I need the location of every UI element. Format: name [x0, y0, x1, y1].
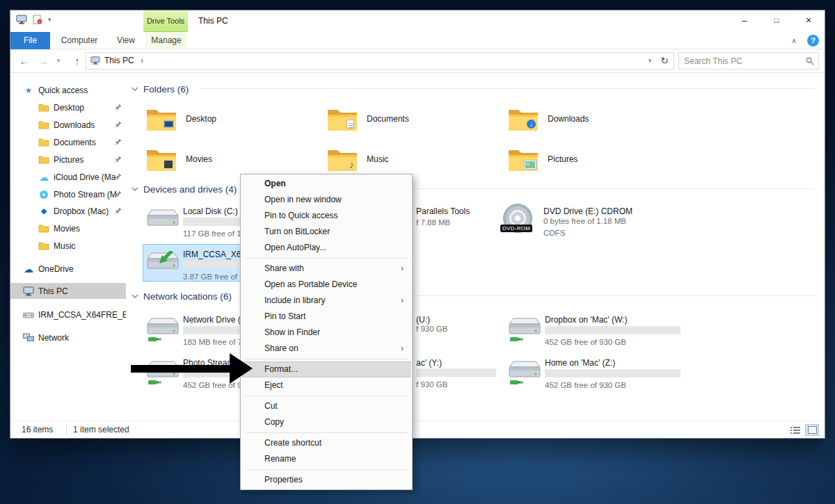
- explorer-icon[interactable]: [16, 15, 27, 24]
- forward-button[interactable]: →: [35, 49, 49, 72]
- thumbnail-view-button[interactable]: [805, 424, 819, 436]
- picture-overlay-icon: [525, 161, 536, 169]
- maximize-button[interactable]: □: [761, 10, 793, 32]
- film-overlay-icon: [163, 161, 174, 168]
- pin-icon: [115, 156, 122, 163]
- pin-icon: [115, 138, 122, 145]
- folder-icon: [38, 241, 49, 251]
- dvd-rom-badge: DVD-ROM: [500, 225, 532, 232]
- submenu-arrow-icon: ›: [401, 341, 404, 357]
- network-icon: [23, 333, 34, 343]
- address-dropdown-icon[interactable]: ▾: [644, 53, 655, 69]
- menu-item-turn-on-bitlocker[interactable]: Turn on BitLocker: [242, 224, 411, 240]
- folder-tile-desktop[interactable]: Desktop: [145, 104, 319, 134]
- close-button[interactable]: ×: [793, 10, 825, 32]
- menu-item-properties[interactable]: Properties: [242, 472, 411, 488]
- search-input[interactable]: [684, 54, 804, 68]
- folder-tile-movies[interactable]: Movies: [145, 144, 319, 174]
- drive-tile-dropbox-w[interactable]: Dropbox on 'Mac' (W:) 452 GB free of 930…: [507, 312, 697, 351]
- this-pc-icon: [23, 286, 34, 296]
- sidebar-item-downloads[interactable]: Downloads: [10, 117, 126, 133]
- menu-item-copy[interactable]: Copy: [242, 414, 411, 430]
- up-button[interactable]: ↑: [69, 49, 86, 72]
- group-header-devices[interactable]: Devices and drives (4): [132, 182, 237, 196]
- tab-file[interactable]: File: [10, 32, 50, 49]
- menu-item-show-in-finder[interactable]: Show in Finder: [242, 325, 411, 341]
- sidebar-item-pictures[interactable]: Pictures: [10, 152, 126, 168]
- capacity-bar: [545, 326, 681, 334]
- pin-icon: [115, 173, 122, 180]
- refresh-icon[interactable]: ↻: [658, 53, 671, 69]
- menu-item-include-in-library[interactable]: Include in library›: [242, 293, 411, 309]
- breadcrumb[interactable]: This PC: [104, 53, 134, 69]
- details-view-button[interactable]: [788, 424, 802, 436]
- sidebar-item-onedrive[interactable]: OneDrive: [10, 261, 126, 277]
- menu-item-open-in-new-window[interactable]: Open in new window: [242, 192, 411, 208]
- group-header-network[interactable]: Network locations (6): [132, 289, 232, 303]
- tab-manage[interactable]: Manage: [145, 32, 187, 49]
- folder-tile-downloads[interactable]: Downloads: [507, 104, 681, 134]
- folder-tile-music[interactable]: Music: [326, 144, 500, 174]
- drive-tile-dvd[interactable]: DVD-ROM DVD Drive (E:) CDROM 0 bytes fre…: [503, 202, 692, 241]
- ribbon-tab-row: File Computer View Manage ∧ ?: [10, 32, 825, 49]
- sidebar-item-this-pc[interactable]: This PC: [10, 283, 126, 299]
- tab-computer[interactable]: Computer: [54, 32, 105, 49]
- menu-item-open-autoplay[interactable]: Open AutoPlay...: [242, 240, 411, 256]
- drive-tile-home-z[interactable]: Home on 'Mac' (Z:) 452 GB free of 930 GB: [507, 355, 697, 394]
- menu-item-share-with[interactable]: Share with›: [242, 261, 411, 277]
- menu-item-cut[interactable]: Cut: [242, 398, 411, 414]
- sidebar-item-documents[interactable]: Documents: [10, 134, 126, 150]
- group-divider: [200, 88, 815, 89]
- menu-item-pin-to-quick-access[interactable]: Pin to Quick access: [242, 208, 411, 224]
- context-menu: Open Open in new window Pin to Quick acc…: [240, 174, 413, 490]
- folder-icon: [38, 103, 49, 113]
- selection-count: 1 item selected: [73, 421, 129, 438]
- menu-item-eject[interactable]: Eject: [242, 377, 411, 393]
- tab-view[interactable]: View: [108, 32, 144, 49]
- sidebar-item-irm-drive[interactable]: IRM_CCSA_X64FRE_EN: [10, 307, 126, 323]
- folder-icon: [326, 147, 358, 172]
- menu-item-open-as-portable-device[interactable]: Open as Portable Device: [242, 277, 411, 293]
- explorer-window: ▾ Drive Tools This PC – □ × File Compute…: [10, 10, 825, 439]
- collapse-chevron-icon: [132, 294, 138, 298]
- history-dropdown-icon[interactable]: ▾: [54, 49, 63, 72]
- desktop: { "colors": { "file_tab_blue": "#2b7cd3"…: [0, 0, 835, 504]
- minimize-button[interactable]: –: [729, 10, 761, 32]
- sidebar-item-movies[interactable]: Movies: [10, 220, 126, 236]
- folder-tile-pictures[interactable]: Pictures: [507, 144, 681, 174]
- folder-tile-documents[interactable]: Documents: [326, 104, 500, 134]
- menu-item-open[interactable]: Open: [242, 176, 411, 192]
- network-drive-icon: [509, 359, 541, 386]
- navigation-pane: Quick access Desktop Downloads Documents…: [10, 73, 126, 421]
- ribbon-collapse-icon[interactable]: ∧: [787, 32, 801, 49]
- sidebar-item-network[interactable]: Network: [10, 330, 126, 346]
- this-pc-icon: [90, 56, 100, 65]
- menu-item-share-on[interactable]: Share on›: [242, 341, 411, 357]
- sidebar-item-desktop[interactable]: Desktop: [10, 99, 126, 115]
- menu-item-rename[interactable]: Rename: [242, 451, 411, 467]
- network-drive-icon: [147, 359, 179, 386]
- sidebar-item-dropbox[interactable]: Dropbox (Mac): [10, 203, 126, 219]
- qat-dropdown-icon[interactable]: ▾: [48, 16, 51, 23]
- back-button[interactable]: ←: [16, 49, 33, 72]
- folder-icon: [507, 147, 539, 172]
- photo-stream-icon: [38, 190, 49, 200]
- window-title: This PC: [198, 10, 228, 32]
- sidebar-item-quick-access[interactable]: Quick access: [10, 82, 126, 98]
- quick-access-toolbar: ▾: [16, 15, 51, 24]
- menu-item-pin-to-start[interactable]: Pin to Start: [242, 309, 411, 325]
- menu-item-format[interactable]: Format...: [242, 361, 411, 377]
- annotation-arrow-tail: [131, 365, 230, 373]
- menu-item-create-shortcut[interactable]: Create shortcut: [242, 435, 411, 451]
- drive-tools-contextual-tab[interactable]: Drive Tools: [143, 10, 188, 32]
- breadcrumb-chevron-icon[interactable]: ›: [141, 53, 143, 69]
- folder-icon: [145, 147, 177, 172]
- properties-icon[interactable]: [33, 15, 42, 24]
- sidebar-item-icloud-drive[interactable]: iCloud Drive (Ma: [10, 169, 126, 185]
- group-header-folders[interactable]: Folders (6): [132, 82, 189, 96]
- sidebar-item-music[interactable]: Music: [10, 238, 126, 254]
- pin-icon: [115, 207, 122, 214]
- address-bar[interactable]: This PC › ▾ ↻: [86, 52, 674, 70]
- sidebar-item-photo-stream[interactable]: Photo Stream (M: [10, 186, 126, 202]
- help-icon[interactable]: ?: [807, 35, 819, 47]
